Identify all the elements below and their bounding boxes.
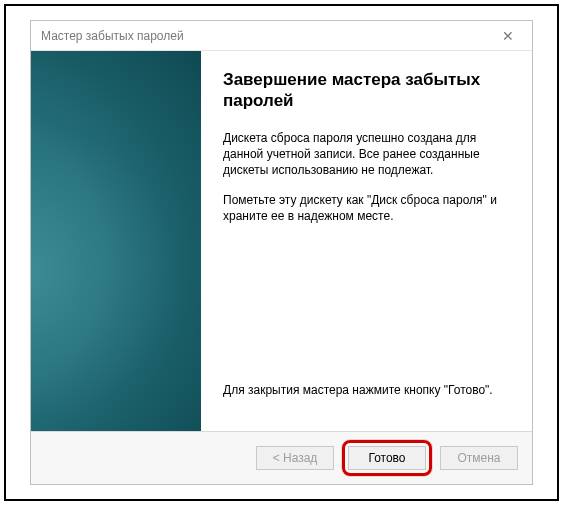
finish-button[interactable]: Готово [348,446,426,470]
finish-button-highlight: Готово [342,440,432,476]
window-title: Мастер забытых паролей [41,29,494,43]
wizard-window: Мастер забытых паролей ✕ Завершение маст… [30,20,533,485]
screenshot-frame: Мастер забытых паролей ✕ Завершение маст… [4,4,559,501]
cancel-button[interactable]: Отмена [440,446,518,470]
button-row: < Назад Готово Отмена [31,432,532,484]
content-row: Завершение мастера забытых паролей Диске… [31,51,532,431]
page-heading: Завершение мастера забытых паролей [223,69,510,112]
titlebar: Мастер забытых паролей ✕ [31,21,532,51]
spacer [223,238,510,383]
closing-note: Для закрытия мастера нажмите кнопку "Гот… [223,383,510,397]
back-button[interactable]: < Назад [256,446,334,470]
description-paragraph-2: Пометьте эту дискету как "Диск сброса па… [223,192,510,224]
main-panel: Завершение мастера забытых паролей Диске… [201,51,532,431]
close-icon[interactable]: ✕ [494,28,522,44]
wizard-side-graphic [31,51,201,431]
description-paragraph-1: Дискета сброса пароля успешно создана дл… [223,130,510,179]
